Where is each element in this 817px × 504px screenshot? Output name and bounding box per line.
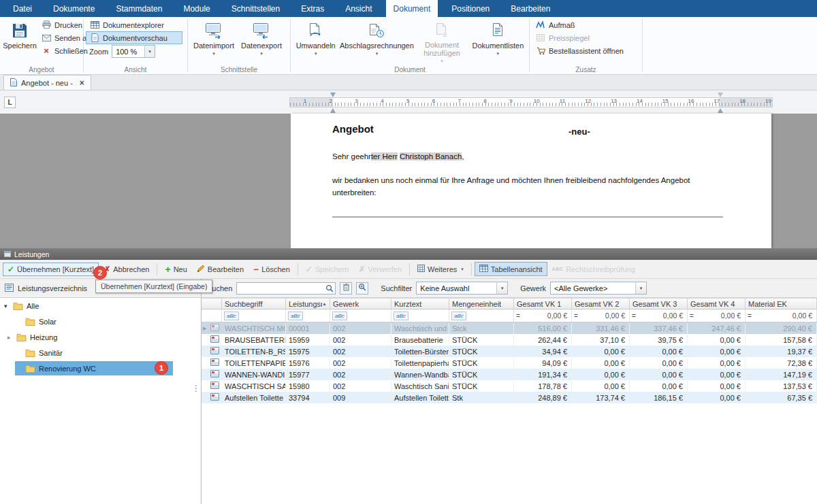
advanced-search-button[interactable]: [356, 282, 368, 295]
document-page[interactable]: Angebot -neu- Sehr geehrter HerrChristop…: [291, 114, 771, 248]
tree-item-sanitaer[interactable]: ▸ Sanitär: [0, 345, 201, 360]
table-row[interactable]: WASCHTISCH SAI15980002Waschtisch SanitäS…: [202, 380, 817, 392]
filter-value[interactable]: 0,00 €: [792, 312, 814, 320]
dropdown-icon[interactable]: ▾: [496, 282, 507, 294]
tab-dokument[interactable]: Dokument: [386, 0, 438, 17]
filter-operator[interactable]: =: [516, 312, 520, 320]
filter-vk4[interactable]: =0,00 €: [688, 309, 746, 322]
search-input[interactable]: [236, 282, 336, 295]
datenimport-button[interactable]: Datenimport ▾: [190, 18, 238, 65]
dokumentlisten-button[interactable]: Dokumentlisten ▾: [469, 18, 527, 65]
folder-icon: [16, 333, 27, 341]
header-mengeneinheit[interactable]: Mengeneinheit: [449, 298, 514, 309]
text-filter-icon[interactable]: aBc: [224, 312, 239, 320]
weiteres-button[interactable]: Weiteres ▾: [413, 262, 468, 276]
neu-button[interactable]: + Neu: [160, 263, 191, 276]
header-gesamt-vk4[interactable]: Gesamt VK 4: [688, 298, 746, 309]
header-gesamt-vk3[interactable]: Gesamt VK 3: [630, 298, 688, 309]
horizontal-ruler[interactable]: 12345678910111213141516171819: [289, 97, 773, 107]
tab-ansicht[interactable]: Ansicht: [338, 0, 379, 17]
header-material-ek[interactable]: Material EK: [746, 298, 817, 309]
filter-leistungsnummer[interactable]: aBc: [286, 309, 330, 322]
filter-vk1[interactable]: =0,00 €: [514, 309, 572, 322]
table-row[interactable]: ▶WASCHTISCH MC00001002Waschtisch und WSt…: [202, 322, 817, 334]
cell-kurztext: Waschtisch und W: [391, 323, 449, 334]
document-tab[interactable]: Angebot - neu - ×: [3, 75, 91, 90]
tab-extras[interactable]: Extras: [293, 0, 332, 17]
suchfilter-select[interactable]: Keine Auswahl ▾: [416, 282, 508, 295]
right-margin-marker[interactable]: [718, 93, 723, 97]
zoom-dropdown-icon[interactable]: ▾: [144, 46, 155, 57]
tree-item-alle[interactable]: ▾ Alle: [0, 298, 201, 314]
tab-stop-selector[interactable]: L: [4, 97, 16, 108]
tab-bearbeiten[interactable]: Bearbeiten: [503, 0, 558, 17]
filter-suchbegriff[interactable]: aBc: [222, 309, 286, 322]
tab-positionen[interactable]: Positionen: [444, 0, 497, 17]
loeschen-button[interactable]: − Löschen: [249, 263, 295, 276]
tabellenansicht-button[interactable]: Tabellenansicht: [475, 262, 547, 276]
tab-close-icon[interactable]: ×: [80, 78, 84, 88]
filter-value[interactable]: 0,00 €: [547, 312, 569, 320]
zoom-select[interactable]: 100 % ▾: [112, 45, 155, 58]
text-filter-icon[interactable]: aBc: [451, 312, 466, 320]
cell-vk1: 34,94 €: [514, 346, 572, 357]
umwandeln-button[interactable]: Umwandeln ▾: [293, 18, 338, 65]
cell-nummer: 15976: [286, 358, 330, 369]
filter-operator[interactable]: =: [748, 312, 752, 320]
speichern-button[interactable]: Speichern: [2, 18, 37, 57]
tree-item-solar[interactable]: ▸ Solar: [0, 314, 201, 329]
header-gesamt-vk2[interactable]: Gesamt VK 2: [572, 298, 630, 309]
uebernehmen-button[interactable]: ✓ Übernehmen [Kurztext]: [3, 263, 99, 276]
bestellassistent-button[interactable]: Bestellassistent öffnen: [532, 44, 628, 57]
filter-operator[interactable]: =: [574, 312, 578, 320]
text-filter-icon[interactable]: aBc: [288, 312, 303, 320]
abbrechen-button[interactable]: ✗ Abbrechen: [99, 263, 154, 276]
text-filter-icon[interactable]: aBc: [394, 312, 408, 320]
header-kurztext[interactable]: Kurztext: [391, 298, 449, 309]
filter-operator[interactable]: =: [690, 312, 694, 320]
filter-kurztext[interactable]: aBc: [391, 309, 449, 322]
tab-schnittstellen[interactable]: Schnittstellen: [224, 0, 287, 17]
table-row[interactable]: BRAUSEBATTERIE15959002BrausebatterieSTÜC…: [202, 334, 817, 346]
table-row[interactable]: WANNEN-WANDI15977002Wannen-WandbatSTÜCK1…: [202, 369, 817, 380]
header-leistungsnummer[interactable]: Leistungsnummer▲: [286, 298, 330, 309]
filter-value[interactable]: 0,00 €: [663, 312, 685, 320]
tree-item-renovierung-wc[interactable]: ▸ Renovierung WC 1: [0, 360, 201, 376]
table-row[interactable]: Aufstellen Toilette33794009Aufstellen To…: [202, 392, 817, 403]
expand-icon[interactable]: ▾: [4, 303, 13, 309]
abschlagsrechnungen-button[interactable]: Abschlagsrechnungen ▾: [338, 18, 415, 65]
header-gesamt-vk1[interactable]: Gesamt VK 1: [514, 298, 572, 309]
dokumentvorschau-button[interactable]: Dokumentvorschau: [86, 31, 182, 44]
text-filter-icon[interactable]: aBc: [332, 312, 347, 320]
header-gewerk[interactable]: Gewerk: [330, 298, 391, 309]
expand-icon[interactable]: ▸: [7, 334, 16, 341]
tab-dokumente[interactable]: Dokumente: [46, 0, 102, 17]
splitter-handle[interactable]: ⋮: [192, 386, 200, 391]
table-row[interactable]: TOILETTEN-B_RST15975002Toiletten-Bürsten…: [202, 346, 817, 357]
tab-datei[interactable]: Datei: [5, 0, 39, 17]
right-indent-marker[interactable]: [718, 108, 723, 113]
filter-value[interactable]: 0,00 €: [605, 312, 627, 320]
datenexport-button[interactable]: Datenexport ▾: [238, 18, 285, 65]
tree-item-heizung[interactable]: ▸ Heizung: [0, 329, 201, 345]
clear-search-button[interactable]: [340, 282, 352, 295]
table-row[interactable]: TOILETTENPAPIEF15976002Toilettenpapierha…: [202, 357, 817, 369]
aufmass-button[interactable]: Aufmaß: [532, 18, 579, 31]
filter-vk3[interactable]: =0,00 €: [630, 309, 688, 322]
filter-gewerk[interactable]: aBc: [330, 309, 391, 322]
header-suchbegriff[interactable]: Suchbegriff: [222, 298, 286, 309]
dokumentexplorer-button[interactable]: Dokumentexplorer: [86, 18, 182, 31]
filter-material-ek[interactable]: =0,00 €: [746, 309, 817, 322]
dropdown-icon[interactable]: ▾: [635, 282, 646, 294]
tab-stammdaten[interactable]: Stammdaten: [108, 0, 170, 17]
filter-value[interactable]: 0,00 €: [721, 312, 743, 320]
filter-mengeneinheit[interactable]: aBc: [449, 309, 514, 322]
bearbeiten-button[interactable]: Bearbeiten: [192, 262, 249, 277]
first-line-indent-marker[interactable]: [330, 93, 336, 97]
tab-module[interactable]: Module: [176, 0, 217, 17]
search-icon[interactable]: [325, 284, 334, 294]
left-indent-marker[interactable]: [330, 108, 336, 113]
filter-operator[interactable]: =: [632, 312, 636, 320]
filter-vk2[interactable]: =0,00 €: [572, 309, 630, 322]
gewerk-select[interactable]: <Alle Gewerke> ▾: [550, 282, 647, 295]
